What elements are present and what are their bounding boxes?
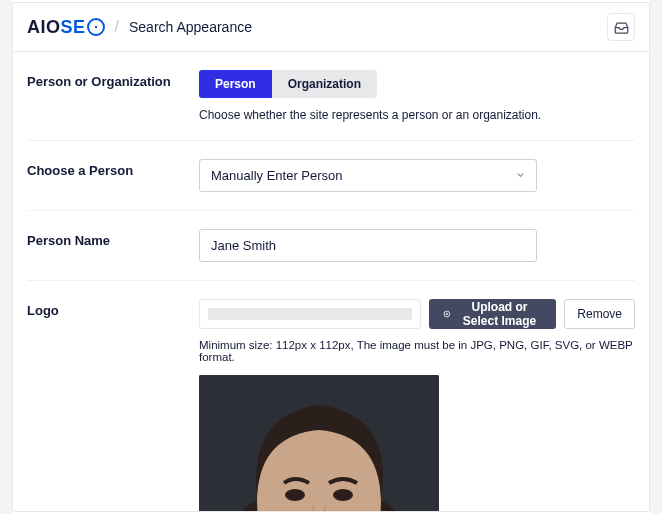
placeholder-bar bbox=[208, 308, 412, 320]
help-text: Choose whether the site represents a per… bbox=[199, 108, 635, 122]
label-person-org: Person or Organization bbox=[27, 70, 199, 122]
person-select-value: Manually Enter Person bbox=[211, 168, 343, 183]
label-choose-person: Choose a Person bbox=[27, 159, 199, 192]
header: AIOSE / Search Appearance bbox=[13, 3, 649, 52]
toggle-organization[interactable]: Organization bbox=[272, 70, 377, 98]
person-name-input[interactable] bbox=[199, 229, 537, 262]
logo-hint: Minimum size: 112px x 112px, The image m… bbox=[199, 339, 635, 363]
toggle-person[interactable]: Person bbox=[199, 70, 272, 98]
entity-type-toggle: Person Organization bbox=[199, 70, 377, 98]
separator: / bbox=[115, 18, 119, 36]
remove-image-button[interactable]: Remove bbox=[564, 299, 635, 329]
upload-icon bbox=[443, 308, 451, 320]
logo: AIOSE bbox=[27, 17, 105, 38]
chevron-down-icon bbox=[515, 168, 526, 183]
inbox-button[interactable] bbox=[607, 13, 635, 41]
person-select[interactable]: Manually Enter Person bbox=[199, 159, 537, 192]
page-title: Search Appearance bbox=[129, 19, 252, 35]
logo-url-input[interactable] bbox=[199, 299, 421, 329]
label-logo: Logo bbox=[27, 299, 199, 512]
logo-preview bbox=[199, 375, 439, 512]
label-person-name: Person Name bbox=[27, 229, 199, 262]
svg-point-6 bbox=[333, 489, 353, 501]
gear-icon bbox=[87, 18, 105, 36]
upload-image-button[interactable]: Upload or Select Image bbox=[429, 299, 556, 329]
svg-point-5 bbox=[285, 489, 305, 501]
